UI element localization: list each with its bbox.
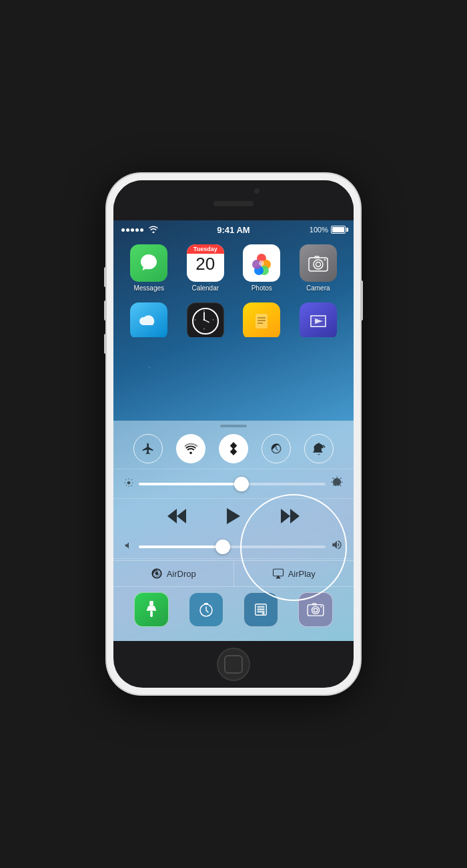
quick-camera-button[interactable]	[298, 592, 333, 627]
volume-thumb[interactable]	[215, 539, 230, 554]
status-time: 9:41 AM	[217, 225, 250, 235]
app-clock[interactable]: Clock	[181, 302, 231, 337]
svg-point-16	[194, 319, 195, 320]
volume-slider[interactable]	[139, 546, 326, 548]
svg-point-7	[314, 260, 323, 269]
homescreen: 9:41 AM 100%	[113, 220, 354, 641]
clock-icon	[187, 302, 224, 337]
svg-rect-51	[312, 603, 317, 606]
cc-divider-1	[113, 469, 354, 469]
photos-label: Photos	[252, 284, 272, 292]
speaker-grille	[213, 201, 254, 206]
camera-icon	[300, 244, 337, 282]
svg-rect-39	[258, 606, 260, 608]
svg-rect-9	[314, 256, 320, 258]
messages-icon	[130, 244, 167, 282]
app-grid-row2: Weather	[113, 297, 354, 337]
battery-percent: 100%	[310, 226, 328, 234]
svg-marker-29	[227, 508, 240, 524]
svg-point-17	[212, 319, 213, 320]
rotation-lock-toggle[interactable]	[304, 434, 334, 463]
cc-divider-2	[113, 498, 354, 499]
app-videos[interactable]: Videos	[294, 302, 344, 337]
app-calendar[interactable]: Tuesday 20 Calendar	[181, 244, 231, 292]
wifi-toggle[interactable]	[176, 434, 205, 463]
bluetooth-toggle[interactable]	[219, 434, 248, 463]
svg-point-15	[203, 329, 205, 330]
signal-dot-1	[121, 228, 125, 232]
do-not-disturb-toggle[interactable]	[262, 434, 291, 463]
svg-marker-30	[281, 509, 290, 523]
clock-face	[192, 308, 219, 335]
photos-icon	[243, 244, 280, 282]
videos-icon	[300, 302, 337, 337]
calendar-icon: Tuesday 20	[187, 244, 224, 282]
fast-forward-button[interactable]	[276, 506, 305, 530]
phone-screen: 9:41 AM 100%	[113, 180, 354, 688]
cc-handle[interactable]	[113, 421, 354, 430]
signal-dot-2	[126, 228, 129, 232]
svg-rect-41	[262, 606, 265, 608]
cc-handle-bar	[220, 425, 247, 427]
svg-rect-18	[256, 314, 268, 329]
app-messages[interactable]: Messages	[124, 244, 174, 292]
app-weather[interactable]: Weather	[124, 302, 174, 337]
home-button[interactable]	[217, 648, 250, 681]
camera-label: Camera	[306, 284, 330, 292]
volume-track	[139, 546, 223, 548]
svg-marker-28	[167, 509, 177, 523]
svg-rect-46	[260, 611, 262, 613]
battery-fill	[332, 227, 344, 232]
airdrop-airplay-row: AirDrop AirPlay	[113, 560, 354, 586]
volume-min-icon	[124, 541, 133, 552]
svg-rect-44	[262, 608, 265, 610]
brightness-row	[113, 471, 354, 497]
calculator-button[interactable]	[244, 592, 278, 627]
play-button[interactable]	[221, 505, 246, 531]
quick-apps-row	[113, 586, 354, 632]
calendar-date: 20	[187, 255, 224, 272]
signal-dot-5	[140, 228, 143, 232]
svg-marker-27	[177, 509, 186, 523]
svg-point-8	[316, 262, 320, 267]
brightness-track	[139, 483, 242, 485]
messages-label: Messages	[133, 284, 164, 292]
rewind-button[interactable]	[162, 506, 191, 530]
svg-rect-35	[150, 611, 153, 617]
volume-max-icon	[331, 539, 343, 554]
svg-marker-31	[290, 509, 300, 523]
svg-rect-34	[149, 601, 153, 606]
svg-rect-43	[260, 608, 262, 610]
svg-rect-42	[258, 608, 260, 610]
calendar-label: Calendar	[191, 284, 219, 292]
signal-strength	[121, 228, 143, 232]
airplay-button[interactable]: AirPlay	[234, 562, 354, 586]
svg-point-32	[155, 572, 158, 576]
brightness-min-icon	[124, 478, 133, 489]
app-camera[interactable]: Camera	[294, 244, 344, 292]
signal-dot-3	[131, 228, 134, 232]
signal-dot-4	[135, 228, 139, 232]
svg-point-52	[320, 606, 322, 608]
svg-point-50	[314, 608, 318, 612]
status-left	[121, 225, 158, 235]
brightness-thumb[interactable]	[234, 477, 249, 491]
cc-divider-3	[113, 558, 354, 559]
media-controls	[113, 500, 354, 536]
app-grid-row1: Messages Tuesday 20 Calendar	[113, 239, 354, 297]
app-notes[interactable]: Notes	[237, 302, 287, 337]
svg-point-49	[312, 606, 320, 614]
app-photos[interactable]: Photos	[237, 244, 287, 292]
svg-rect-47	[262, 611, 265, 615]
svg-rect-45	[258, 611, 260, 613]
top-bar	[113, 180, 354, 220]
flashlight-button[interactable]	[134, 592, 169, 627]
svg-rect-37	[204, 603, 208, 604]
svg-point-5	[259, 260, 264, 266]
airdrop-button[interactable]: AirDrop	[113, 561, 234, 586]
status-right: 100%	[310, 226, 346, 234]
timer-button[interactable]	[189, 592, 223, 627]
airplane-mode-toggle[interactable]	[133, 434, 163, 463]
brightness-slider[interactable]	[139, 483, 326, 485]
calendar-day: Tuesday	[187, 244, 224, 254]
